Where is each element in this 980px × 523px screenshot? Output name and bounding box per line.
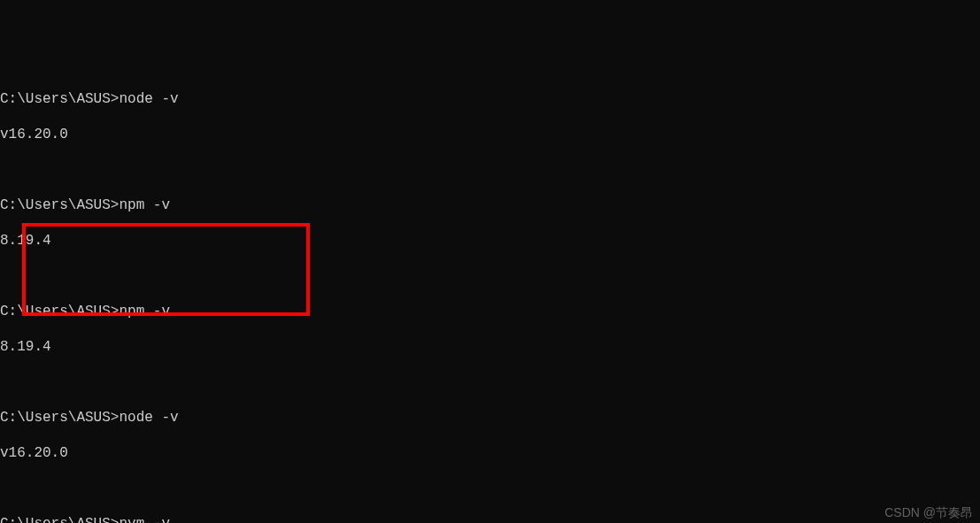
command: node -v [119,410,178,426]
prompt: C:\Users\ASUS> [0,197,119,213]
prompt-line: C:\Users\ASUS>node -v [0,90,980,108]
prompt-line: C:\Users\ASUS>npm -v [0,196,980,214]
watermark: CSDN @节奏昂 [884,505,973,521]
prompt: C:\Users\ASUS> [0,410,119,426]
prompt: C:\Users\ASUS> [0,91,119,107]
command: npm -v [119,304,170,319]
output-line: v16.20.0 [0,126,980,143]
prompt-line: C:\Users\ASUS>nvm -v [0,515,980,523]
command: npm -v [119,197,170,213]
terminal-output[interactable]: C:\Users\ASUS>node -v v16.20.0 C:\Users\… [0,73,980,523]
command: nvm -v [119,516,170,523]
output-line: v16.20.0 [0,444,980,462]
output-line: 8.19.4 [0,338,980,356]
command: node -v [119,91,178,107]
output-line: 8.19.4 [0,232,980,250]
prompt: C:\Users\ASUS> [0,516,119,523]
prompt-line: C:\Users\ASUS>npm -v [0,303,980,320]
prompt: C:\Users\ASUS> [0,304,119,319]
prompt-line: C:\Users\ASUS>node -v [0,409,980,427]
